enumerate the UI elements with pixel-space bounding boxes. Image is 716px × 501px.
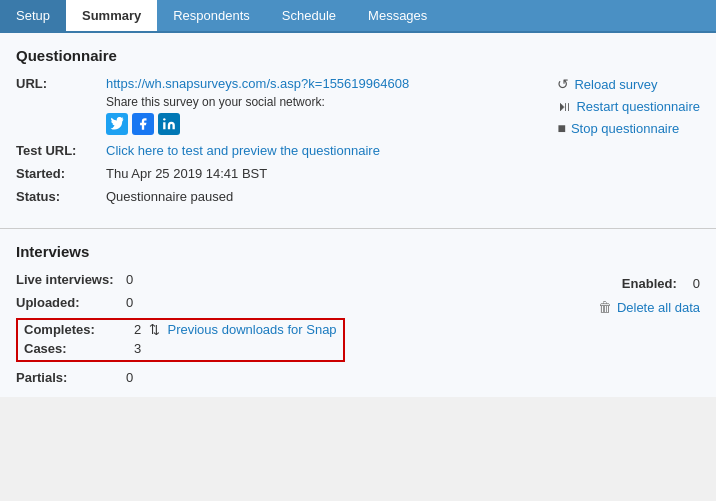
test-url-label: Test URL: <box>16 143 106 158</box>
started-row: Started: Thu Apr 25 2019 14:41 BST <box>16 166 537 181</box>
uploaded-value: 0 <box>126 295 133 310</box>
live-interviews-value: 0 <box>126 272 133 287</box>
share-label: Share this survey on your social network… <box>106 95 537 109</box>
social-icons <box>106 113 537 135</box>
enabled-label: Enabled: <box>622 276 677 291</box>
status-value: Questionnaire paused <box>106 189 537 204</box>
svg-point-0 <box>163 118 165 120</box>
uploaded-label: Uploaded: <box>16 295 126 310</box>
restart-questionnaire-button[interactable]: ⏯ Restart questionnaire <box>557 98 700 114</box>
live-interviews-row: Live interviews: 0 <box>16 272 598 287</box>
cases-value: 3 <box>134 341 141 356</box>
interviews-left: Live interviews: 0 Uploaded: 0 Completes… <box>16 272 598 393</box>
stop-label: Stop questionnaire <box>571 121 679 136</box>
reload-label: Reload survey <box>574 77 657 92</box>
completes-value: 2 ⇅ Previous downloads for Snap <box>134 322 337 337</box>
completes-row: Completes: 2 ⇅ Previous downloads for Sn… <box>24 322 337 337</box>
test-url-row: Test URL: Click here to test and preview… <box>16 143 537 158</box>
interviews-right: Enabled: 0 🗑 Delete all data <box>598 272 700 315</box>
trash-icon: 🗑 <box>598 299 612 315</box>
questionnaire-title: Questionnaire <box>16 47 700 64</box>
status-label: Status: <box>16 189 106 204</box>
cases-label: Cases: <box>24 341 134 356</box>
partials-row: Partials: 0 <box>16 370 598 385</box>
started-label: Started: <box>16 166 106 181</box>
questionnaire-content: URL: https://wh.snapsurveys.com/s.asp?k=… <box>16 76 700 212</box>
reload-icon: ↺ <box>557 76 569 92</box>
restart-icon: ⏯ <box>557 98 571 114</box>
partials-label: Partials: <box>16 370 126 385</box>
questionnaire-section: Questionnaire URL: https://wh.snapsurvey… <box>0 33 716 229</box>
tab-setup[interactable]: Setup <box>0 0 66 31</box>
completes-label: Completes: <box>24 322 134 337</box>
questionnaire-fields: URL: https://wh.snapsurveys.com/s.asp?k=… <box>16 76 537 212</box>
tab-schedule[interactable]: Schedule <box>266 0 352 31</box>
interviews-with-right: Live interviews: 0 Uploaded: 0 Completes… <box>16 272 700 393</box>
status-row: Status: Questionnaire paused <box>16 189 537 204</box>
tab-messages[interactable]: Messages <box>352 0 443 31</box>
delete-label: Delete all data <box>617 300 700 315</box>
test-url-value: Click here to test and preview the quest… <box>106 143 537 158</box>
linkedin-icon[interactable] <box>158 113 180 135</box>
interviews-title: Interviews <box>16 243 700 260</box>
facebook-icon[interactable] <box>132 113 154 135</box>
url-label: URL: <box>16 76 106 91</box>
tab-respondents[interactable]: Respondents <box>157 0 266 31</box>
started-value: Thu Apr 25 2019 14:41 BST <box>106 166 537 181</box>
restart-label: Restart questionnaire <box>576 99 700 114</box>
cases-row: Cases: 3 <box>24 341 337 356</box>
previous-downloads-link[interactable]: Previous downloads for Snap <box>167 322 336 337</box>
interviews-section: Interviews Live interviews: 0 Uploaded: … <box>0 229 716 397</box>
delete-all-data-button[interactable]: 🗑 Delete all data <box>598 299 700 315</box>
live-interviews-label: Live interviews: <box>16 272 126 287</box>
reload-survey-button[interactable]: ↺ Reload survey <box>557 76 657 92</box>
url-value: https://wh.snapsurveys.com/s.asp?k=15561… <box>106 76 537 135</box>
sort-icon: ⇅ <box>149 322 160 337</box>
uploaded-row: Uploaded: 0 <box>16 295 598 310</box>
stop-questionnaire-button[interactable]: ■ Stop questionnaire <box>557 120 679 136</box>
highlighted-completes-cases: Completes: 2 ⇅ Previous downloads for Sn… <box>16 318 345 362</box>
stop-icon: ■ <box>557 120 565 136</box>
url-row: URL: https://wh.snapsurveys.com/s.asp?k=… <box>16 76 537 135</box>
enabled-value: 0 <box>693 276 700 291</box>
tab-summary[interactable]: Summary <box>66 0 157 31</box>
actions-column: ↺ Reload survey ⏯ Restart questionnaire … <box>557 76 700 136</box>
url-link[interactable]: https://wh.snapsurveys.com/s.asp?k=15561… <box>106 76 409 91</box>
tab-bar: Setup Summary Respondents Schedule Messa… <box>0 0 716 33</box>
enabled-row: Enabled: 0 <box>622 276 700 291</box>
partials-value: 0 <box>126 370 133 385</box>
test-url-link[interactable]: Click here to test and preview the quest… <box>106 143 380 158</box>
twitter-icon[interactable] <box>106 113 128 135</box>
